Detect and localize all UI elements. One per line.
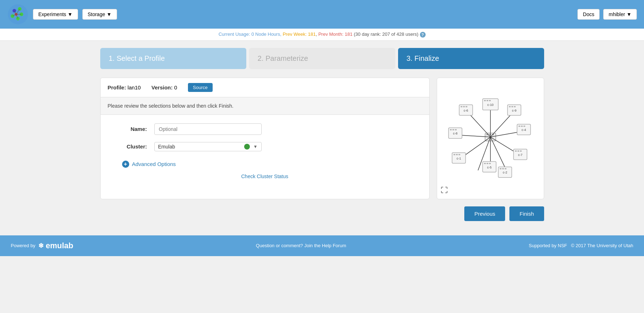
svg-rect-53 <box>515 150 517 151</box>
step-2-label: 2. Parameterize <box>258 54 308 62</box>
svg-rect-33 <box>509 106 510 107</box>
svg-rect-14 <box>489 134 491 135</box>
emulab-logo: ❄ emulab <box>38 241 73 250</box>
top-nav: Experiments ▼ Storage ▼ Docs mhibler ▼ <box>0 0 644 29</box>
advanced-plus-icon: + <box>122 161 129 168</box>
storage-chevron-icon: ▼ <box>107 11 112 17</box>
usage-bar: Current Usage: 0 Node Hours, Prev Week: … <box>0 29 644 41</box>
user-menu-button[interactable]: mhibler ▼ <box>603 9 637 20</box>
nav-right: Docs mhibler ▼ <box>577 9 637 20</box>
step-2-box: 2. Parameterize <box>249 48 395 69</box>
help-forum-link[interactable]: Question or comment? Join the Help Forum <box>256 243 346 248</box>
source-button[interactable]: Source <box>188 83 213 92</box>
step-1-label: 1. Select a Profile <box>109 54 165 62</box>
storage-button[interactable]: Storage ▼ <box>82 9 117 20</box>
content-area: Profile: lan10 Version: 0 Source Please … <box>100 78 544 199</box>
docs-label: Docs <box>583 11 594 17</box>
cluster-select[interactable]: Emulab ▼ <box>154 142 262 151</box>
step-1-box[interactable]: 1. Select a Profile <box>100 48 246 69</box>
svg-rect-58 <box>453 154 455 155</box>
svg-rect-69 <box>486 163 488 164</box>
profile-value: lan10 <box>127 84 141 91</box>
cluster-label: Cluster: <box>111 143 147 150</box>
user-chevron-icon: ▼ <box>626 11 631 17</box>
check-cluster-link[interactable]: Check Cluster Status <box>241 173 289 179</box>
svg-rect-40 <box>465 106 467 107</box>
cluster-row: Cluster: Emulab ▼ <box>111 142 418 151</box>
prev-week-label: Prev Week: <box>283 31 307 37</box>
finish-button[interactable]: Finish <box>509 206 544 221</box>
svg-rect-29 <box>486 100 488 101</box>
prev-month-label: Prev Month: <box>318 31 343 37</box>
svg-text:c-1: c-1 <box>456 156 461 160</box>
storage-label: Storage <box>88 11 105 17</box>
prev-month-value: 181 <box>345 31 353 37</box>
name-label: Name: <box>111 126 147 132</box>
expand-icon[interactable] <box>441 186 448 195</box>
svg-rect-60 <box>458 154 460 155</box>
network-diagram: c-10 c-9 c-6 <box>437 78 544 199</box>
advanced-options-label: Advanced Options <box>132 161 176 167</box>
svg-rect-43 <box>518 126 520 127</box>
current-usage-label: Current Usage: <box>218 31 250 37</box>
prev-week-value: 181 <box>308 31 316 37</box>
version-item: Version: 0 <box>151 84 177 91</box>
previous-button[interactable]: Previous <box>464 206 505 221</box>
cluster-value: Emulab <box>158 144 241 150</box>
copyright-text: © 2017 The University of Utah <box>571 243 633 248</box>
nsf-text: Supported by NSF <box>529 243 567 248</box>
svg-rect-44 <box>521 126 523 127</box>
step-3-box[interactable]: 3. Finalize <box>398 48 544 69</box>
review-section: Please review the selections below and t… <box>101 97 429 115</box>
svg-rect-30 <box>489 100 491 101</box>
network-svg: c-10 c-9 c-6 <box>444 92 537 185</box>
main-content: 1. Select a Profile 2. Parameterize 3. F… <box>89 41 555 228</box>
name-input[interactable] <box>154 123 262 135</box>
review-text: Please review the selections below and t… <box>108 103 234 109</box>
svg-text:c-9: c-9 <box>512 108 516 112</box>
left-panel: Profile: lan10 Version: 0 Source Please … <box>100 78 430 199</box>
svg-rect-34 <box>511 106 513 107</box>
svg-rect-63 <box>499 168 501 169</box>
logo-icon <box>7 4 29 25</box>
powered-by-text: Powered by <box>11 243 35 248</box>
profile-header: Profile: lan10 Version: 0 Source <box>101 78 429 97</box>
footer-center: Question or comment? Join the Help Forum <box>256 243 346 248</box>
svg-rect-49 <box>452 129 454 130</box>
step-3-label: 3. Finalize <box>407 54 439 62</box>
svg-text:c-4: c-4 <box>522 128 526 132</box>
svg-rect-55 <box>520 150 522 151</box>
svg-rect-64 <box>502 168 504 169</box>
cluster-status-dot <box>244 144 250 150</box>
cluster-dropdown-icon: ▼ <box>253 144 258 149</box>
steps-row: 1. Select a Profile 2. Parameterize 3. F… <box>100 48 544 69</box>
emulab-name: emulab <box>46 241 73 250</box>
docs-button[interactable]: Docs <box>577 9 600 20</box>
svg-text:c-8: c-8 <box>453 132 457 135</box>
svg-text:c-2: c-2 <box>503 171 507 174</box>
svg-rect-54 <box>517 150 519 151</box>
svg-rect-48 <box>450 129 451 130</box>
experiments-button[interactable]: Experiments ▼ <box>33 9 78 20</box>
svg-rect-39 <box>463 106 465 107</box>
name-row: Name: <box>111 123 418 135</box>
advanced-options-row[interactable]: + Advanced Options <box>111 158 418 170</box>
info-icon[interactable]: ? <box>420 32 426 38</box>
version-label: Version: <box>151 84 173 91</box>
svg-rect-50 <box>455 129 456 130</box>
svg-text:c-6: c-6 <box>464 108 468 112</box>
footer-right: Supported by NSF © 2017 The University o… <box>529 243 633 248</box>
svg-rect-38 <box>460 106 462 107</box>
user-label: mhibler <box>609 11 625 17</box>
buttons-row: Previous Finish <box>100 206 544 221</box>
experiments-chevron-icon: ▼ <box>68 11 73 17</box>
profile-item: Profile: lan10 <box>108 84 141 91</box>
profile-label: Profile: <box>108 84 126 91</box>
svg-text:c-5: c-5 <box>487 166 491 169</box>
check-cluster-row: Check Cluster Status <box>111 170 418 185</box>
version-value: 0 <box>174 84 177 91</box>
form-section: Name: Cluster: Emulab ▼ + Advanced Optio… <box>101 115 429 192</box>
svg-rect-65 <box>504 168 506 169</box>
right-panel: c-10 c-9 c-6 <box>437 78 544 199</box>
svg-text:c-7: c-7 <box>518 153 522 156</box>
